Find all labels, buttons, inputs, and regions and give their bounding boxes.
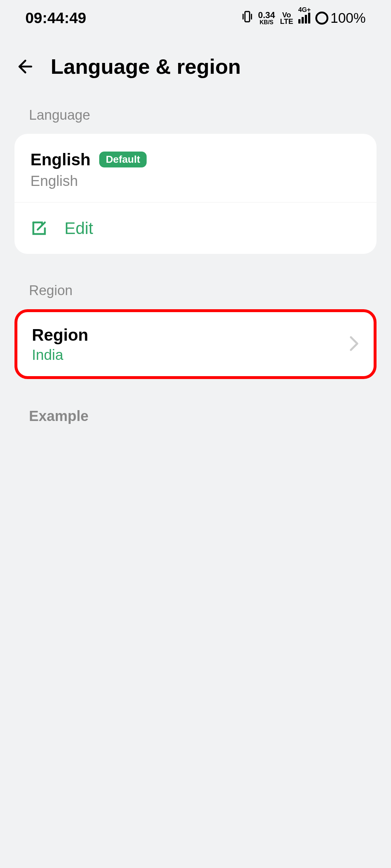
region-section-label: Region [0, 283, 391, 298]
edit-label: Edit [64, 218, 93, 238]
region-value: India [32, 347, 88, 363]
vibrate-icon [241, 10, 253, 26]
page-title: Language & region [51, 54, 241, 78]
language-section-label: Language [0, 107, 391, 123]
data-rate-indicator: 0.34 KB/S [258, 11, 275, 25]
signal-bars-icon [298, 13, 310, 24]
battery-indicator: 100% [315, 10, 366, 26]
status-bar: 09:44:49 0.34 KB/S Vo LTE 4G+ 100% [0, 0, 391, 36]
signal-indicator: 4G+ [298, 13, 310, 24]
data-rate-value: 0.34 [258, 11, 275, 20]
region-row[interactable]: Region India [14, 309, 377, 379]
data-rate-unit: KB/S [260, 20, 273, 25]
default-badge: Default [99, 152, 147, 167]
arrow-left-icon [15, 56, 35, 77]
battery-circle-icon [315, 12, 328, 25]
back-button[interactable] [14, 56, 36, 77]
language-row[interactable]: English Default English [14, 134, 377, 203]
volte-indicator: Vo LTE [280, 12, 293, 25]
edit-button[interactable]: Edit [14, 203, 377, 254]
example-section-label: Example [0, 408, 391, 424]
svg-rect-0 [245, 12, 249, 22]
region-title: Region [32, 325, 88, 345]
battery-percentage: 100% [331, 10, 366, 26]
edit-icon [30, 220, 48, 237]
page-header: Language & region [0, 36, 391, 107]
language-name: English [30, 150, 91, 169]
chevron-right-icon [349, 336, 359, 353]
language-subtitle: English [30, 173, 361, 189]
network-type: 4G+ [298, 6, 311, 14]
status-right: 0.34 KB/S Vo LTE 4G+ 100% [241, 10, 366, 26]
language-card: English Default English Edit [14, 134, 377, 254]
status-time: 09:44:49 [25, 9, 86, 27]
